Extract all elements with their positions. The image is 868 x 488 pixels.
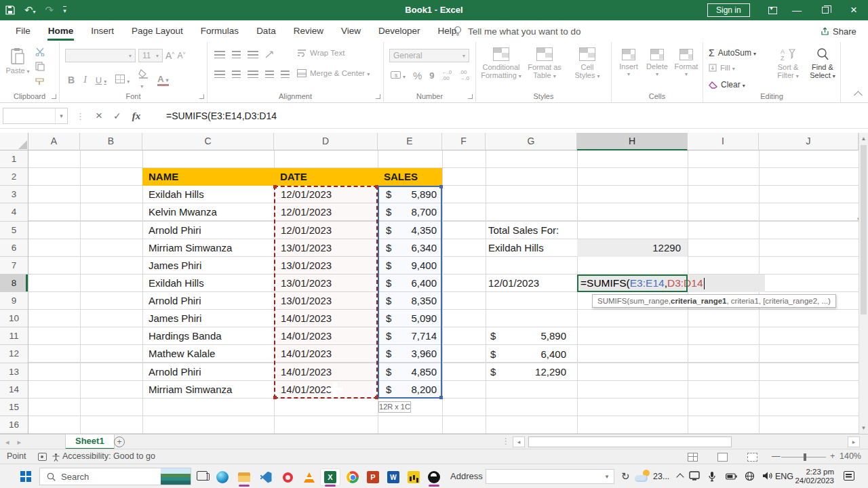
prev-sheet-icon[interactable]: ◂ [5, 438, 9, 447]
tell-me-box[interactable]: Tell me what you want to do [453, 20, 581, 42]
scroll-up-icon[interactable]: ▲ [859, 133, 868, 144]
format-painter-icon[interactable] [35, 77, 45, 85]
zoom-out-icon[interactable]: — [772, 451, 781, 461]
cell[interactable]: Exildah Hills [142, 274, 274, 292]
align-center-icon[interactable] [232, 70, 241, 78]
orientation-icon[interactable] [265, 50, 275, 58]
sort-filter-button[interactable]: AZ Sort &Filter [772, 47, 804, 81]
close-button[interactable]: × [842, 0, 865, 20]
cell-G13[interactable]: $12,290 [486, 363, 577, 381]
comma-style-icon[interactable]: 9 [429, 70, 434, 81]
word-icon[interactable]: W [387, 470, 400, 484]
speaker-icon[interactable] [762, 471, 773, 481]
col-header-A[interactable]: A [28, 133, 80, 150]
cell[interactable]: James Phiri [142, 310, 274, 327]
row-header[interactable]: 6 [0, 239, 28, 257]
page-layout-view-icon[interactable] [717, 453, 728, 462]
address-input[interactable]: ▾ [486, 469, 614, 484]
hscroll-left-icon[interactable]: ◂ [513, 436, 525, 447]
excel-icon[interactable]: X [323, 470, 337, 484]
format-cells-button[interactable]: Format▾ [671, 49, 701, 79]
copy-icon[interactable] [35, 62, 45, 71]
tab-file[interactable]: File [7, 20, 39, 42]
clock[interactable]: 2:23 pm 24/02/2023 [791, 468, 834, 485]
row-header[interactable]: 2 [0, 168, 28, 186]
fill-color-icon[interactable] [138, 69, 149, 91]
find-select-button[interactable]: Find &Select [806, 47, 839, 81]
insert-cells-button[interactable]: Insert▾ [614, 49, 643, 79]
cell[interactable]: Mirriam Simwanza [142, 381, 274, 399]
cast-icon[interactable] [689, 471, 700, 481]
borders-icon[interactable] [115, 74, 130, 86]
accounting-format-icon[interactable]: $ [391, 69, 406, 81]
increase-indent-icon[interactable] [281, 70, 290, 78]
cell-G12[interactable]: $6,400 [486, 346, 577, 363]
row-header-active[interactable]: 8 [0, 274, 28, 292]
horizontal-scroll-thumb[interactable] [528, 436, 732, 447]
underline-button[interactable]: U [96, 75, 106, 85]
hscroll-right-icon[interactable]: ▸ [848, 436, 860, 447]
zoom-in-icon[interactable]: + [830, 451, 835, 461]
alignment-dialog-launcher-icon[interactable] [376, 94, 380, 99]
font-dialog-launcher-icon[interactable] [199, 94, 204, 99]
zoom-slider-thumb[interactable] [804, 453, 806, 461]
edge-icon[interactable] [216, 470, 229, 484]
percent-style-icon[interactable]: % [413, 70, 422, 81]
microphone-icon[interactable] [708, 471, 716, 482]
restore-button[interactable] [814, 0, 837, 20]
col-header-B[interactable]: B [80, 133, 142, 150]
cell[interactable]: Hardings Banda [142, 327, 274, 345]
align-left-icon[interactable] [214, 70, 225, 78]
sheet-tab-sheet1[interactable]: Sheet1 [65, 434, 115, 449]
cell[interactable]: Mathew Kalale [142, 345, 274, 363]
cell[interactable]: Mirriam Simwanza [142, 239, 274, 257]
tab-home[interactable]: Home [39, 20, 83, 42]
minimize-button[interactable]: — [785, 0, 808, 20]
col-header-G[interactable]: G [486, 133, 577, 150]
hidden-icons-chevron[interactable] [676, 473, 684, 481]
bold-button[interactable]: B [68, 75, 75, 85]
cell-G11[interactable]: $5,890 [486, 327, 577, 345]
cut-icon[interactable] [35, 47, 45, 56]
ribbon-display-options-icon[interactable] [761, 0, 784, 20]
row-header[interactable]: 13 [0, 363, 28, 381]
decrease-indent-icon[interactable] [265, 70, 274, 78]
tab-insert[interactable]: Insert [82, 20, 123, 42]
grow-font-icon[interactable]: A˄ [165, 50, 174, 61]
cell-G5[interactable]: Total Sales For: [488, 222, 559, 239]
col-header-I[interactable]: I [688, 133, 759, 150]
clipboard-dialog-launcher-icon[interactable] [52, 94, 56, 99]
col-header-H[interactable]: H [577, 133, 688, 150]
number-dialog-launcher-icon[interactable] [468, 94, 473, 99]
opera-icon[interactable] [281, 470, 294, 484]
share-button[interactable]: Share [821, 20, 856, 42]
cell-styles-button[interactable]: CellStyles [567, 47, 608, 81]
row-header[interactable]: 3 [0, 186, 28, 203]
cell-G6[interactable]: Exildah Hills [488, 239, 544, 257]
powerbi-icon[interactable] [407, 470, 420, 484]
vscode-icon[interactable] [259, 470, 273, 484]
notification-center-icon[interactable] [844, 471, 854, 481]
fill-button[interactable]: Fill [709, 64, 735, 72]
zoom-level[interactable]: 140% [840, 451, 861, 461]
col-header-D[interactable]: D [274, 133, 378, 150]
conditional-formatting-button[interactable]: ConditionalFormatting [480, 47, 522, 81]
page-break-view-icon[interactable] [747, 453, 757, 462]
cell[interactable]: Arnold Phiri [142, 222, 274, 239]
font-color-icon[interactable]: A [157, 74, 168, 86]
paste-button[interactable]: Paste [4, 47, 31, 76]
new-sheet-icon[interactable]: + [114, 436, 125, 447]
task-view-icon[interactable] [197, 471, 208, 481]
merge-center-button[interactable]: Merge & Center [297, 69, 370, 77]
shrink-font-icon[interactable]: A˅ [177, 51, 185, 60]
row-header[interactable]: 9 [0, 292, 28, 310]
align-middle-icon[interactable] [232, 51, 241, 58]
weather-temp[interactable]: 23... [653, 472, 669, 481]
cell[interactable]: James Phiri [142, 257, 274, 274]
clear-button[interactable]: Clear [709, 80, 745, 89]
row-header[interactable]: 7 [0, 257, 28, 274]
font-name-select[interactable]: ▾ [65, 49, 136, 62]
battery-icon[interactable] [726, 473, 737, 480]
cell[interactable]: Arnold Phiri [142, 363, 274, 381]
powerpoint-icon[interactable]: P [366, 470, 380, 484]
